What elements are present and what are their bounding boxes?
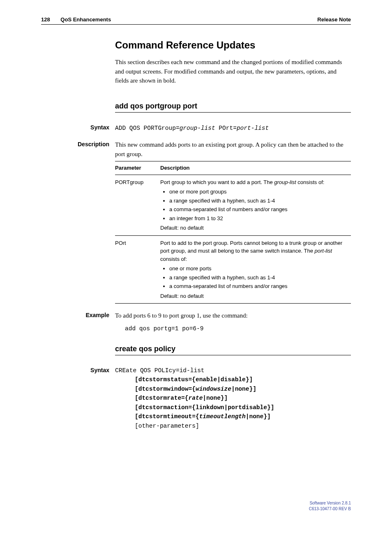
list-item: an integer from 1 to 32 [169,214,348,223]
syntax-line: [dtcstormwindow={windowsize|none}] [135,385,351,394]
syntax-arg: rate [189,395,203,401]
param-italic: group-list [274,179,296,185]
page-number: 128 [41,16,50,23]
body-column: Command Reference Updates This section d… [115,39,351,113]
example-body: To add ports 6 to 9 to port group 1, use… [115,311,351,333]
syntax-line: [dtcstormstatus={enable|disable}] [135,375,351,384]
syntax-text: ADD QOS PORTGroup= [115,125,180,131]
syntax-line: CREate QOS POLIcy=id-list [115,366,351,375]
syntax-entry: Syntax ADD QOS PORTGroup=group-list POrt… [41,123,351,133]
syntax-text: ] [196,423,199,429]
description-text: This new command adds ports to an existi… [115,140,351,159]
command-heading-add-qos: add qos portgroup port [115,102,351,113]
header-right: Release Note [317,16,351,23]
command-heading-create-qos: create qos policy [115,345,351,355]
param-italic: port-list [315,248,332,254]
param-name: PORTgroup [115,175,160,235]
syntax-text: |none}] [231,386,256,392]
syntax-arg: windowsize [196,386,231,392]
page-footer: Software Version 2.8.1 C613-10477-00 REV… [41,500,351,511]
syntax-text: |none}] [246,413,271,420]
page-title: Command Reference Updates [115,39,351,51]
param-default: Default: no default [160,292,348,300]
syntax-arg: port-list [237,125,269,131]
page: 128 QoS Enhancements Release Note Comman… [0,0,392,528]
example-text: To add ports 6 to 9 to port group 1, use… [115,311,351,320]
intro-paragraph: This section describes each new command … [115,58,351,85]
syntax-line: [dtcstormrate={rate|none}] [135,394,351,403]
table-header-description: Description [160,161,351,175]
syntax-line: [other-parameters] [135,421,351,431]
description-body: This new command adds ports to an existi… [115,140,351,304]
param-list: one or more ports a range specified with… [169,265,348,290]
table-row: PORTgroup Port group to which you want t… [115,175,351,235]
syntax-text: |none}] [203,395,228,401]
param-lead: Port group to which you want to add a po… [160,179,274,185]
param-description: Port group to which you want to add a po… [160,175,351,235]
syntax-text: [ [135,423,138,429]
syntax-line: [dtcstormtimeout={timeoutlength|none}] [135,412,351,421]
syntax-arg: group-list [180,125,215,131]
table-header-parameter: Parameter [115,161,160,175]
syntax-arg: timeoutlength [199,413,246,420]
description-entry: Description This new command adds ports … [41,140,351,304]
header-left: 128 QoS Enhancements [41,16,111,23]
list-item: a range specified with a hyphen, such as… [169,197,348,205]
example-entry: Example To add ports 6 to 9 to port grou… [41,311,351,333]
syntax-text: [dtcstormtimeout={ [135,413,199,420]
footer-docid: C613-10477-00 REV B [41,506,351,512]
description-label: Description [41,140,115,304]
param-list: one or more port groups a range specifie… [169,188,348,222]
syntax-label: Syntax [41,366,115,431]
table-row: POrt Port to add to the port group. Port… [115,235,351,304]
list-item: one or more ports [169,265,348,273]
example-command: add qos portg=1 po=6-9 [125,324,351,333]
syntax-text: POrt= [215,125,237,131]
param-name: POrt [115,235,160,304]
syntax-line: ADD QOS PORTGroup=group-list POrt=port-l… [115,125,269,131]
header-section: QoS Enhancements [60,16,111,23]
body-column: create qos policy [115,345,351,355]
example-label: Example [41,311,115,333]
syntax-text: [dtcstormwindow={ [135,386,196,392]
syntax-body: ADD QOS PORTGroup=group-list POrt=port-l… [115,123,351,133]
footer-version: Software Version 2.8.1 [41,500,351,506]
syntax-text: CREate QOS POLIcy= [115,367,180,374]
param-tail: consists of: [160,256,187,262]
list-item: a comma-separated list of numbers and/or… [169,205,348,214]
list-item: one or more port groups [169,188,348,196]
syntax-label: Syntax [41,123,115,133]
syntax-arg: id-list [180,367,205,374]
param-description: Port to add to the port group. Ports can… [160,235,351,304]
syntax-entry: Syntax CREate QOS POLIcy=id-list [dtcsto… [41,366,351,431]
syntax-arg: other-parameters [138,423,196,429]
list-item: a comma-separated list of numbers and/or… [169,282,348,290]
running-header: 128 QoS Enhancements Release Note [41,16,351,25]
syntax-body: CREate QOS POLIcy=id-list [dtcstormstatu… [115,366,351,431]
list-item: a range specified with a hyphen, such as… [169,274,348,282]
syntax-line: [dtcstormaction={linkdown|portdisable}] [135,403,351,412]
param-tail: consists of: [296,179,325,185]
param-default: Default: no default [160,224,348,232]
parameter-table: Parameter Description PORTgroup Port gro… [115,161,351,304]
syntax-text: [dtcstormrate={ [135,395,189,401]
